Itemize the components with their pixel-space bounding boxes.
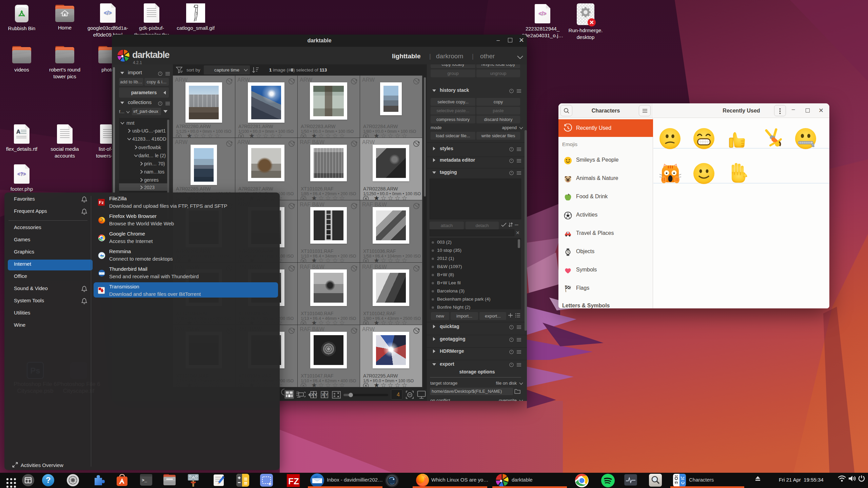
svg-text:Y: Y (326, 392, 328, 397)
svg-text:X: X (322, 392, 324, 397)
svg-text:X: X (311, 392, 314, 397)
svg-text:>_: >_ (142, 478, 147, 483)
svg-text:Y: Y (314, 392, 317, 397)
svg-text:FZ: FZ (288, 476, 299, 486)
svg-text:Fz: Fz (99, 200, 104, 205)
svg-text:?: ? (46, 475, 51, 485)
